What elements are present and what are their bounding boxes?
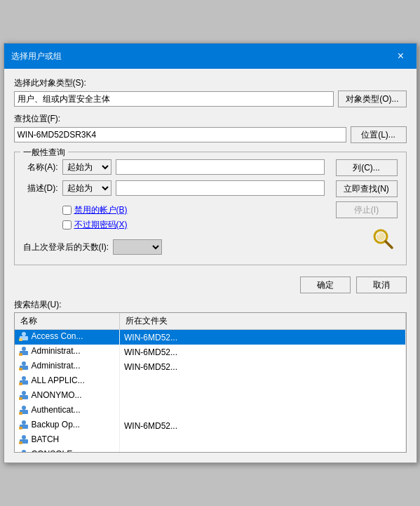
table-cell-folder [120, 374, 406, 389]
name-label: 名称(A): [23, 161, 58, 173]
results-table-container[interactable]: 名称 所在文件夹 Access Con...WIN-6MD52... Admin… [14, 312, 407, 453]
table-cell-folder: WIN-6MD52... [120, 359, 406, 374]
name-value-input[interactable] [116, 159, 325, 175]
table-cell-name: CONSOLE ... [15, 448, 120, 453]
desc-value-input[interactable] [116, 180, 325, 196]
table-cell-folder [120, 404, 406, 418]
table-cell-name: Authenticat... [15, 404, 120, 418]
disabled-accounts-label[interactable]: 禁用的帐户(B) [74, 204, 128, 216]
location-input[interactable] [14, 127, 346, 142]
table-row[interactable]: Authenticat... [15, 404, 406, 418]
title-bar: 选择用户或组 × [4, 44, 416, 69]
table-cell-name: Access Con... [15, 330, 120, 345]
desc-query-row: 描述(D): 起始为 [23, 180, 325, 196]
group-box-legend: 一般性查询 [20, 147, 68, 159]
svg-rect-18 [19, 397, 22, 400]
search-button[interactable]: 立即查找(N) [336, 180, 398, 197]
cancel-button[interactable]: 取消 [356, 277, 407, 293]
table-row[interactable]: Access Con...WIN-6MD52... [15, 330, 406, 345]
ok-button[interactable]: 确定 [300, 277, 351, 293]
dialog-body: 选择此对象类型(S): 对象类型(O)... 查找位置(F): 位置(L)...… [4, 69, 416, 271]
location-row: 位置(L)... [14, 126, 407, 143]
object-type-button[interactable]: 对象类型(O)... [338, 91, 406, 107]
table-cell-folder: WIN-6MD52... [120, 345, 406, 359]
table-cell-folder [120, 433, 406, 448]
days-select[interactable] [113, 239, 162, 255]
col-button[interactable]: 列(C)... [336, 159, 398, 176]
svg-point-23 [22, 420, 26, 425]
stop-button[interactable]: 停止(I) [336, 201, 398, 218]
svg-point-11 [22, 361, 26, 366]
col-header-name: 名称 [15, 313, 120, 330]
svg-rect-27 [19, 441, 22, 444]
table-cell-name: Backup Op... [15, 418, 120, 433]
svg-point-8 [22, 347, 26, 351]
svg-line-2 [386, 241, 392, 248]
desc-label: 描述(D): [23, 182, 58, 194]
checkboxes-section: 禁用的帐户(B) 不过期密码(X) [23, 204, 325, 231]
svg-rect-15 [19, 382, 22, 385]
svg-point-26 [22, 435, 26, 439]
table-row[interactable]: ANONYMO... [15, 389, 406, 404]
location-label: 查找位置(F): [14, 113, 407, 125]
svg-rect-6 [19, 338, 22, 341]
object-type-row: 对象类型(O)... [14, 91, 407, 107]
svg-point-17 [22, 391, 26, 395]
location-button[interactable]: 位置(L)... [351, 126, 407, 143]
table-row[interactable]: BATCH [15, 433, 406, 448]
table-cell-name: BATCH [15, 433, 120, 448]
table-cell-folder: WIN-6MD52... [120, 418, 406, 433]
dialog-title: 选择用户或组 [11, 51, 62, 62]
table-cell-folder: WIN-6MD52... [120, 330, 406, 345]
table-cell-folder [120, 448, 406, 453]
close-button[interactable]: × [393, 48, 409, 65]
object-type-input[interactable] [14, 91, 334, 107]
svg-rect-21 [19, 412, 22, 415]
results-tbody: Access Con...WIN-6MD52... Administrat...… [15, 330, 406, 453]
svg-rect-12 [19, 368, 22, 371]
table-cell-folder [120, 389, 406, 404]
svg-rect-24 [19, 427, 22, 430]
table-row[interactable]: Backup Op...WIN-6MD52... [15, 418, 406, 433]
object-type-section: 选择此对象类型(S): 对象类型(O)... [14, 77, 407, 107]
no-expire-label[interactable]: 不过期密码(X) [74, 219, 128, 231]
col-header-folder: 所在文件夹 [120, 313, 406, 330]
table-cell-name: ALL APPLIC... [15, 374, 120, 389]
results-label: 搜索结果(U): [14, 299, 407, 311]
table-row[interactable]: CONSOLE ... [15, 448, 406, 453]
name-query-row: 名称(A): 起始为 [23, 159, 325, 175]
table-row[interactable]: Administrat...WIN-6MD52... [15, 345, 406, 359]
name-condition-select[interactable]: 起始为 [62, 159, 111, 175]
query-fields: 名称(A): 起始为 描述(D): 起始为 [23, 159, 325, 255]
svg-point-3 [377, 233, 380, 236]
no-expire-checkbox[interactable] [62, 220, 72, 229]
svg-point-29 [22, 450, 26, 453]
query-main: 名称(A): 起始为 描述(D): 起始为 [23, 159, 398, 255]
svg-point-20 [22, 406, 26, 410]
disabled-accounts-row: 禁用的帐户(B) [62, 204, 325, 216]
days-label: 自上次登录后的天数(I): [23, 241, 109, 253]
table-cell-name: ANONYMO... [15, 389, 120, 404]
table-cell-name: Administrat... [15, 345, 120, 359]
svg-rect-9 [19, 353, 22, 356]
location-section: 查找位置(F): 位置(L)... [14, 113, 407, 143]
svg-point-5 [22, 332, 26, 336]
select-user-dialog: 选择用户或组 × 选择此对象类型(S): 对象类型(O)... 查找位置(F):… [4, 43, 417, 463]
svg-point-14 [22, 376, 26, 380]
results-table: 名称 所在文件夹 Access Con...WIN-6MD52... Admin… [15, 313, 406, 453]
search-icon [370, 225, 398, 253]
no-expire-row: 不过期密码(X) [62, 219, 325, 231]
object-type-label: 选择此对象类型(S): [14, 77, 407, 89]
disabled-accounts-checkbox[interactable] [62, 206, 72, 215]
table-row[interactable]: ALL APPLIC... [15, 374, 406, 389]
desc-condition-select[interactable]: 起始为 [62, 180, 111, 196]
query-actions: 列(C)... 立即查找(N) 停止(I) [330, 159, 398, 255]
table-cell-name: Administrat... [15, 359, 120, 374]
results-section: 搜索结果(U): 名称 所在文件夹 Access Con...WIN-6MD52… [14, 299, 407, 453]
days-row: 自上次登录后的天数(I): [23, 239, 325, 255]
action-buttons-row: 确定 取消 [4, 271, 416, 299]
general-query-group: 一般性查询 名称(A): 起始为 描述(D): [14, 152, 407, 265]
table-header-row: 名称 所在文件夹 [15, 313, 406, 330]
table-row[interactable]: Administrat...WIN-6MD52... [15, 359, 406, 374]
